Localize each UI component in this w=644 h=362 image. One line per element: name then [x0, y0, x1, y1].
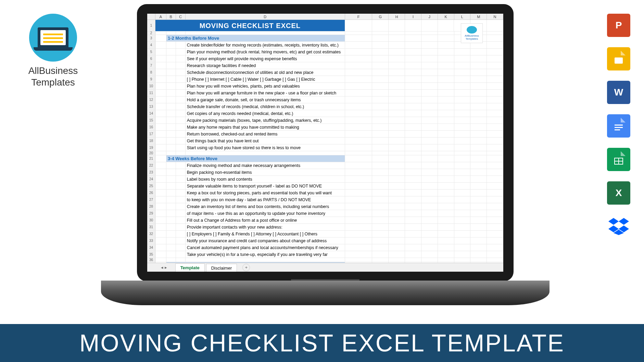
cell[interactable]	[421, 162, 438, 169]
cell[interactable]	[470, 49, 487, 55]
cell[interactable]	[421, 155, 438, 162]
cell[interactable]: Plan how you will arrange furniture in t…	[186, 90, 345, 96]
cell[interactable]	[345, 69, 372, 76]
row-number[interactable]: 30	[147, 217, 155, 223]
cell[interactable]	[438, 244, 454, 251]
cell[interactable]	[166, 210, 176, 217]
cell[interactable]	[470, 244, 487, 251]
col-header[interactable]: N	[487, 14, 503, 20]
cell[interactable]	[389, 210, 405, 217]
cell[interactable]	[155, 231, 166, 237]
cell[interactable]	[345, 83, 372, 89]
cell[interactable]	[155, 35, 166, 41]
cell[interactable]	[487, 20, 503, 31]
cell[interactable]	[470, 96, 487, 103]
cell[interactable]	[389, 83, 405, 89]
cell[interactable]	[155, 131, 166, 137]
cell[interactable]	[454, 124, 471, 130]
cell[interactable]	[166, 110, 176, 117]
cell[interactable]: Schedule disconnection/connection of uti…	[186, 69, 345, 76]
row-number[interactable]: 8	[147, 69, 155, 76]
cell[interactable]	[405, 62, 421, 69]
cell[interactable]	[166, 190, 176, 196]
cell[interactable]	[372, 76, 389, 82]
cell[interactable]	[166, 90, 176, 96]
cell[interactable]	[389, 258, 405, 262]
cell[interactable]	[487, 162, 503, 169]
cell[interactable]	[155, 55, 166, 62]
cell[interactable]	[176, 124, 186, 130]
cell[interactable]: 3-4 Weeks Before Move	[166, 155, 345, 162]
cell[interactable]	[155, 176, 166, 182]
cell[interactable]	[421, 69, 438, 76]
cell[interactable]	[155, 42, 166, 48]
cell[interactable]	[389, 49, 405, 55]
cell[interactable]	[454, 83, 471, 89]
google-sheets-icon[interactable]	[607, 148, 630, 171]
cell[interactable]	[176, 258, 186, 262]
col-header[interactable]: I	[405, 14, 421, 20]
cell[interactable]	[405, 183, 421, 189]
cell[interactable]	[438, 69, 454, 76]
cell[interactable]	[438, 42, 454, 48]
cell[interactable]	[405, 151, 421, 155]
row-number[interactable]: 11	[147, 90, 155, 96]
cell[interactable]: Return borrowed, checked-out and rented …	[186, 131, 345, 137]
cell[interactable]: Make any home repairs that you have comm…	[186, 124, 345, 130]
sheet-body[interactable]: 1MOVING CHECKLIST EXCEL231-2 Months Befo…	[147, 20, 503, 263]
cell[interactable]	[345, 183, 372, 189]
cell[interactable]	[372, 176, 389, 182]
cell[interactable]	[155, 237, 166, 244]
row-number[interactable]: 3	[147, 35, 155, 41]
cell[interactable]	[389, 110, 405, 117]
cell[interactable]	[454, 251, 471, 258]
cell[interactable]	[470, 131, 487, 137]
cell[interactable]	[421, 176, 438, 182]
tab-nav-arrows[interactable]: ◂ ▸	[161, 265, 167, 270]
cell[interactable]	[405, 76, 421, 82]
cell[interactable]	[487, 251, 503, 258]
cell[interactable]	[372, 190, 389, 196]
cell[interactable]	[345, 35, 372, 41]
cell[interactable]	[454, 162, 471, 169]
cell[interactable]	[438, 103, 454, 110]
cell[interactable]	[421, 151, 438, 155]
cell[interactable]	[155, 169, 166, 176]
cell[interactable]	[405, 196, 421, 203]
cell[interactable]	[176, 251, 186, 258]
cell[interactable]	[176, 217, 186, 223]
cell[interactable]	[470, 224, 487, 230]
cell[interactable]	[176, 117, 186, 124]
cell[interactable]	[389, 251, 405, 258]
cell[interactable]	[372, 31, 389, 35]
google-slides-icon[interactable]	[607, 47, 630, 70]
cell[interactable]	[405, 210, 421, 217]
cell[interactable]	[389, 117, 405, 124]
cell[interactable]: [ ] Phone [ ] Internet [ ] Cable [ ] Wat…	[186, 76, 345, 82]
cell[interactable]: to keep with you on move day - label as …	[186, 196, 345, 203]
cell[interactable]	[389, 244, 405, 251]
cell[interactable]	[454, 190, 471, 196]
cell[interactable]	[345, 210, 372, 217]
google-docs-icon[interactable]	[607, 114, 630, 138]
row-number[interactable]: 6	[147, 55, 155, 62]
cell[interactable]	[166, 162, 176, 169]
cell[interactable]	[389, 151, 405, 155]
cell[interactable]: Label boxes by room and contents	[186, 176, 345, 182]
cell[interactable]	[405, 96, 421, 103]
cell[interactable]	[421, 124, 438, 130]
cell[interactable]	[345, 244, 372, 251]
cell[interactable]	[155, 144, 166, 151]
cell[interactable]	[186, 151, 345, 155]
cell[interactable]	[470, 169, 487, 176]
cell[interactable]	[470, 183, 487, 189]
cell[interactable]	[421, 103, 438, 110]
cell[interactable]	[438, 31, 454, 35]
cell[interactable]	[454, 144, 471, 151]
cell[interactable]	[421, 42, 438, 48]
cell[interactable]	[454, 131, 471, 137]
cell[interactable]	[421, 217, 438, 223]
cell[interactable]	[454, 138, 471, 144]
cell[interactable]: Fill out a Change of Address form at a p…	[186, 217, 345, 223]
cell[interactable]	[372, 217, 389, 223]
